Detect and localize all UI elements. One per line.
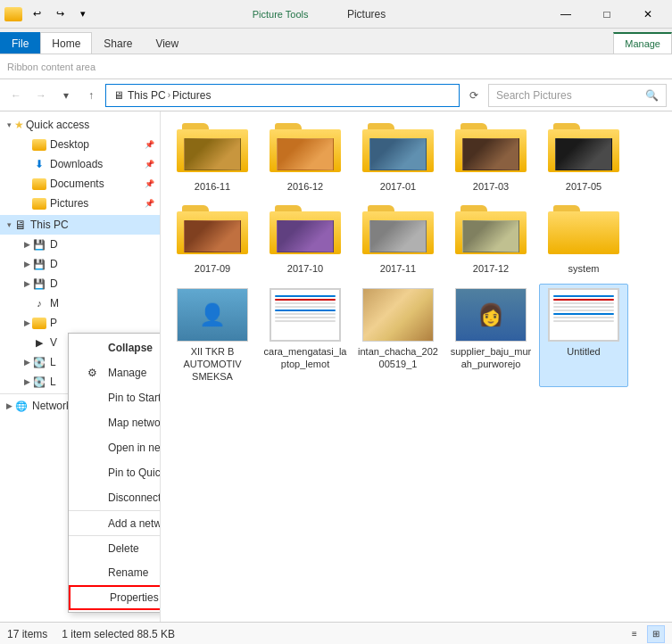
file-label-2017-10: 2017-10 <box>287 262 323 275</box>
tab-picture-tools-manage[interactable]: Manage <box>613 32 672 54</box>
file-item-2017-01[interactable]: 2017-01 <box>353 119 443 197</box>
thumb-xii-tkr: 👤 <box>177 288 248 342</box>
address-path[interactable]: 🖥 This PC › Pictures <box>105 84 460 107</box>
file-item-intan-chacha[interactable]: intan_chacha_20200519_1 <box>353 284 443 388</box>
folder-photo-2017-11 <box>369 220 427 252</box>
quick-access-toolbar[interactable] <box>4 4 23 24</box>
folder-thumb-2016-12 <box>270 123 341 177</box>
file-item-2017-05[interactable]: 2017-05 <box>539 119 628 197</box>
file-item-2017-03[interactable]: 2017-03 <box>446 119 535 197</box>
status-bar: 17 items 1 item selected 88.5 KB ≡ ⊞ <box>0 622 672 644</box>
file-label-2016-11: 2016-11 <box>195 180 230 193</box>
folder-thumb-2017-03 <box>455 123 527 177</box>
folder-photo-2017-05 <box>555 138 612 170</box>
file-item-2017-09[interactable]: 2017-09 <box>168 201 257 279</box>
address-bar: ← → ▾ ↑ 🖥 This PC › Pictures ⟳ Search Pi… <box>0 79 672 111</box>
back-button[interactable]: ← <box>5 85 27 106</box>
tab-home[interactable]: Home <box>40 32 92 54</box>
window-controls: — □ ✕ <box>545 0 668 29</box>
add-network-icon <box>83 515 101 533</box>
path-this-pc[interactable]: This PC <box>128 89 166 102</box>
ctx-pin-quick[interactable]: Pin to Quick access <box>69 460 161 485</box>
file-item-system[interactable]: system <box>539 201 628 279</box>
file-label-2017-05: 2017-05 <box>566 180 601 193</box>
ctx-add-network[interactable]: Add a network location <box>69 510 161 535</box>
file-item-2017-10[interactable]: 2017-10 <box>261 201 350 279</box>
file-label-2017-12: 2017-12 <box>473 262 509 275</box>
folder-thumb-2017-10 <box>270 205 341 259</box>
redo-button[interactable]: ↪ <box>50 4 70 24</box>
folder-photo-2017-12 <box>462 220 519 252</box>
folder-photo-2017-03 <box>462 138 519 170</box>
ctx-open-new[interactable]: Open in new window <box>69 435 161 460</box>
window-title: Pictures <box>347 8 386 21</box>
ctx-pin-start[interactable]: Pin to Start <box>69 385 161 410</box>
folder-photo-2016-12 <box>277 138 334 170</box>
file-label-supplier-baju: supplier_baju_murah_purworejo <box>448 345 534 371</box>
dropdown-button[interactable]: ▾ <box>55 85 77 106</box>
customize-qat[interactable]: ▾ <box>73 4 93 24</box>
file-label-system: system <box>568 262 600 275</box>
file-item-2017-12[interactable]: 2017-12 <box>446 201 535 279</box>
ctx-properties[interactable]: Properties <box>69 585 161 610</box>
sidebar: ▾ ★ Quick access Desktop 📌 ⬇ Downloads 📌… <box>0 111 161 622</box>
search-box[interactable]: Search Pictures 🔍 <box>488 84 667 107</box>
folder-thumb-2017-05 <box>548 123 619 177</box>
selected-info: 1 item selected 88.5 KB <box>62 628 175 640</box>
folder-thumb-2017-12 <box>455 205 527 259</box>
pin-quick-icon <box>83 464 101 482</box>
path-pictures[interactable]: Pictures <box>172 89 211 102</box>
undo-button[interactable]: ↩ <box>27 4 46 24</box>
context-menu: Collapse ⚙ Manage Pin to Start Map netwo… <box>68 333 161 613</box>
minimize-button[interactable]: — <box>545 0 586 29</box>
file-item-supplier-baju[interactable]: 👩 supplier_baju_murah_purworejo <box>446 284 535 388</box>
thumb-untitled <box>548 288 619 342</box>
ctx-disconnect[interactable]: Disconnect network drive... <box>69 485 161 510</box>
ctx-delete[interactable]: Delete <box>69 535 161 560</box>
close-button[interactable]: ✕ <box>627 0 668 29</box>
folder-thumb-2016-11 <box>177 123 248 177</box>
ribbon-tabs: File Home Share View Manage <box>0 29 672 54</box>
file-label-2017-03: 2017-03 <box>473 180 509 193</box>
folder-thumb-2017-11 <box>362 205 434 259</box>
disconnect-icon <box>83 489 101 507</box>
properties-icon <box>85 589 103 607</box>
up-button[interactable]: ↑ <box>80 85 102 106</box>
folder-photo-2017-01 <box>369 138 427 170</box>
forward-button[interactable]: → <box>30 85 52 106</box>
item-count: 17 items <box>7 628 47 640</box>
folder-photo-2017-09 <box>184 220 241 252</box>
ctx-manage[interactable]: ⚙ Manage <box>69 360 161 385</box>
list-view-button[interactable]: ≡ <box>626 625 643 643</box>
ctx-map-network[interactable]: Map network drive... <box>69 410 161 435</box>
maximize-button[interactable]: □ <box>586 0 627 29</box>
delete-icon <box>83 540 101 557</box>
map-network-icon <box>83 414 101 432</box>
ribbon: File Home Share View Manage Ribbon conte… <box>0 29 672 79</box>
view-controls: ≡ ⊞ <box>626 625 665 643</box>
search-icon: 🔍 <box>645 89 659 102</box>
tab-view[interactable]: View <box>144 32 190 54</box>
title-bar-center: Picture Tools Pictures <box>93 8 545 21</box>
file-label-2017-11: 2017-11 <box>380 262 416 275</box>
collapse-icon <box>83 339 101 357</box>
ctx-collapse[interactable]: Collapse <box>69 335 161 360</box>
file-item-untitled[interactable]: Untitled <box>539 284 628 388</box>
ribbon-content: Ribbon content area <box>0 54 672 78</box>
file-item-cara-mengatasi[interactable]: cara_mengatasi_laptop_lemot <box>261 284 350 388</box>
rename-icon <box>83 564 101 582</box>
file-item-2016-11[interactable]: 2016-11 <box>168 119 257 197</box>
file-item-2016-12[interactable]: 2016-12 <box>261 119 350 197</box>
search-placeholder: Search Pictures <box>496 89 572 102</box>
file-label-2017-01: 2017-01 <box>380 180 416 193</box>
ctx-rename[interactable]: Rename <box>69 560 161 585</box>
grid-view-button[interactable]: ⊞ <box>647 625 665 643</box>
tab-share[interactable]: Share <box>92 32 144 54</box>
main-area: ▾ ★ Quick access Desktop 📌 ⬇ Downloads 📌… <box>0 111 672 622</box>
folder-thumb-system <box>548 205 619 259</box>
file-item-2017-11[interactable]: 2017-11 <box>353 201 443 279</box>
file-item-xii-tkr[interactable]: 👤 XII TKR B AUTOMOTIV SMEKSA <box>168 284 257 388</box>
refresh-button[interactable]: ⟳ <box>463 84 485 107</box>
picture-tools-label: Picture Tools <box>253 9 309 20</box>
tab-file[interactable]: File <box>0 32 40 54</box>
